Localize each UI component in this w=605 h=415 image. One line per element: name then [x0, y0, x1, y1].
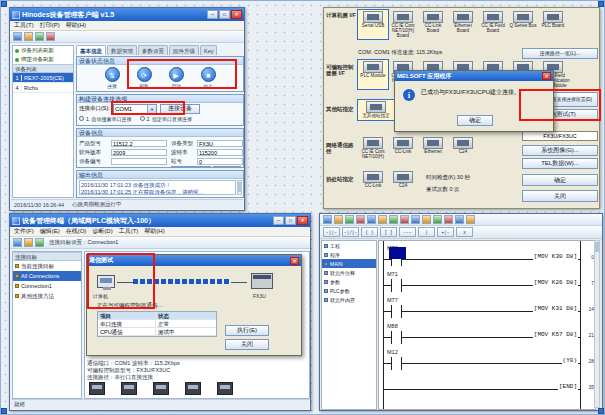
system-image-button[interactable]: 系统图像(G)... [522, 145, 598, 156]
advanced-settings-button[interactable]: 高级设置 [213, 166, 241, 168]
status-circle-button[interactable]: ▶ 启动 [164, 67, 188, 89]
menu-item[interactable]: 编辑(E) [40, 227, 60, 236]
field-value[interactable]: 0 [197, 158, 243, 165]
menu-item[interactable]: 工具(T) [14, 21, 34, 30]
status-circle-button[interactable]: ⟳ 刷新 [132, 67, 156, 89]
interface-board-cell[interactable]: PLC Board [538, 10, 568, 39]
toolbar-icon[interactable] [444, 215, 453, 224]
plc-device-icon[interactable] [89, 382, 105, 395]
field-value[interactable]: 2009 [111, 149, 167, 156]
project-tree-item[interactable]: 软元件内存 [322, 295, 376, 304]
interface-board-cell[interactable]: Serial USB [358, 10, 388, 39]
toolbar-icon[interactable] [466, 215, 475, 224]
ladder-rung[interactable]: M70 [MOV K30 D8] 0 [379, 243, 595, 269]
menu-item[interactable]: 在线(O) [66, 227, 87, 236]
toolbar-icon[interactable] [411, 215, 420, 224]
plc-device-icon[interactable] [217, 382, 233, 395]
radio-specify-port[interactable]: 2. 指定串口直接连接 [140, 116, 193, 122]
ladder-symbol-button[interactable]: ( ) [361, 227, 378, 237]
ladder-symbol-button[interactable]: -|/|- [342, 227, 359, 237]
interface-module-cell[interactable]: PLC Module [358, 60, 388, 89]
ladder-symbol-button[interactable]: -||- [323, 227, 340, 237]
close-button[interactable]: 关闭 [522, 190, 598, 202]
field-value[interactable] [111, 167, 167, 169]
plc-device-icon[interactable] [153, 382, 169, 395]
selection-handle[interactable] [598, 1, 604, 7]
toolbar-icon[interactable] [35, 32, 44, 41]
menu-item[interactable]: 帮助(H) [144, 227, 164, 236]
toolbar-icon[interactable] [400, 215, 409, 224]
device-list-row[interactable]: 4 Richu [13, 83, 73, 93]
interface-board-cell[interactable]: CC IE Field Board [478, 10, 508, 39]
radio-auto-search[interactable]: 1. 自动搜索串口连接 [79, 116, 132, 122]
output-log[interactable]: 2016/11/30 17:01:23 设备连接成功！2016/11/30 17… [79, 180, 236, 195]
connect-device-button[interactable]: 连接设备 [160, 104, 200, 114]
menu-item[interactable]: 打印(P) [40, 21, 60, 30]
tab[interactable]: 固件升级 [169, 45, 199, 55]
network-route-cell[interactable]: Ethernet [418, 136, 448, 161]
table-row[interactable]: CPU通信 测试中 [98, 328, 216, 336]
status-circle-button[interactable]: ■ 停止 [196, 67, 220, 89]
ladder-rung[interactable]: [END] 35 [379, 373, 595, 399]
title-bar[interactable]: 设备管理终端（局域网PLC模块写入-100） ─ □ ✕ [10, 214, 310, 227]
field-value[interactable]: 115200 [197, 149, 243, 156]
ladder-symbol-button[interactable]: --- [399, 227, 416, 237]
ladder-symbol-button[interactable]: [ ] [380, 227, 397, 237]
tree-item[interactable]: All Connections [13, 271, 81, 281]
maximize-button[interactable]: □ [285, 216, 296, 225]
project-tree-item[interactable]: 参数 [322, 277, 376, 286]
interface-board-cell[interactable]: CC-Link Board [418, 10, 448, 39]
plc-device-icon[interactable] [121, 382, 137, 395]
ladder-symbol-button[interactable]: | [418, 227, 435, 237]
maximize-button[interactable]: □ [219, 10, 230, 19]
menu-item[interactable]: 诊断(D) [92, 227, 112, 236]
toolbar-icon[interactable] [13, 238, 22, 247]
toolbar-icon[interactable] [24, 32, 33, 41]
field-value[interactable]: 11512.2 [111, 140, 167, 147]
title-bar[interactable]: Hinodes设备管理客户端 v1.5 ─ □ ✕ [10, 8, 244, 21]
toolbar-icon[interactable] [24, 238, 33, 247]
tab[interactable]: Key [200, 45, 217, 55]
ladder-diagram[interactable]: M70 [MOV K30 D8] 0 M71 [MOV K26 D8] 7 M7… [378, 240, 596, 410]
status-circle-button[interactable]: ⇅ 连接 [100, 67, 124, 89]
dialog-title-bar[interactable]: MELSOFT 应用程序 ✕ [395, 71, 553, 81]
menu-item[interactable]: 文件(F) [14, 227, 34, 236]
plc-device-icon[interactable] [185, 382, 201, 395]
coexist-station-cell[interactable]: CC-Link [358, 170, 388, 190]
ladder-rung[interactable]: M77 [MOV K31 D8] 14 [379, 295, 595, 321]
toolbar-icon[interactable] [433, 215, 442, 224]
port-combobox[interactable]: COM1 ▼ [113, 104, 157, 114]
project-tree-item[interactable]: PLC参数 [322, 286, 376, 295]
scrollbar-thumb[interactable] [238, 182, 241, 192]
tree-item[interactable]: Connection1 [13, 281, 81, 291]
toolbar-icon[interactable] [13, 32, 22, 41]
log-scrollbar[interactable] [237, 180, 242, 195]
network-route-cell[interactable]: C24 [448, 136, 478, 161]
execute-button[interactable]: 执行(E) [225, 325, 269, 336]
interface-board-cell[interactable]: Q Series Bus [508, 10, 538, 39]
toolbar-icon[interactable] [389, 215, 398, 224]
minimize-button[interactable]: ─ [207, 10, 218, 19]
menu-item[interactable]: 工具(T) [119, 227, 139, 236]
interface-board-cell[interactable]: Ethernet Board [448, 10, 478, 39]
toolbar-icon[interactable] [345, 215, 354, 224]
tree-item[interactable]: 其他连接方法 [13, 291, 81, 301]
toolbar-icon[interactable] [46, 32, 55, 41]
field-value[interactable] [111, 158, 167, 165]
ladder-symbol-button[interactable]: +|- [437, 227, 454, 237]
toolbar-icon[interactable] [455, 215, 464, 224]
menu-item[interactable]: 帮助(H) [66, 21, 86, 30]
toolbar-icon[interactable] [367, 215, 376, 224]
channel-list-button[interactable]: 连接路径一览(L)... [522, 48, 598, 59]
tab[interactable]: 参数设置 [138, 45, 168, 55]
coexist-station-cell[interactable]: C24 [388, 170, 418, 190]
retry-field[interactable]: 重试次数 0 次 [426, 186, 460, 193]
network-route-cell[interactable]: CC-Link [388, 136, 418, 161]
project-tree-item[interactable]: 软元件注释 [322, 268, 376, 277]
tel-data-button[interactable]: TEL数据(W)... [522, 158, 598, 169]
selection-handle[interactable] [598, 408, 604, 414]
toolbar-icon[interactable] [422, 215, 431, 224]
scrollbar-thumb[interactable] [595, 242, 599, 252]
field-value[interactable]: FX3U [197, 140, 243, 147]
interface-board-cell[interactable]: CC IE Cont NET/10(H) Board [388, 10, 418, 39]
